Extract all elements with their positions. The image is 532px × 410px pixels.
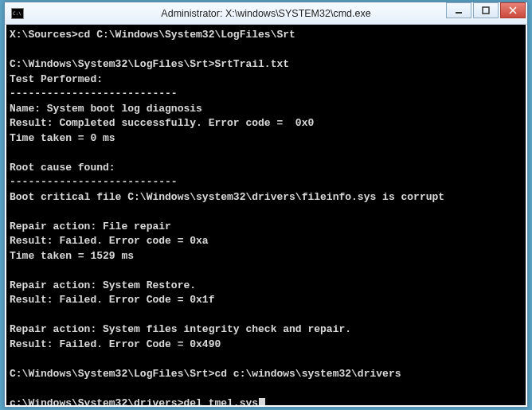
current-input: del tmel.sys	[183, 397, 258, 408]
cmd-icon[interactable]	[11, 8, 24, 19]
close-button[interactable]	[500, 2, 526, 18]
svg-rect-0	[456, 12, 462, 14]
maximize-button[interactable]	[473, 2, 499, 18]
cmd-window: Administrator: X:\windows\SYSTEM32\cmd.e…	[4, 2, 528, 408]
console-output: X:\Sources>cd C:\Windows\System32\LogFil…	[10, 29, 444, 380]
current-prompt: c:\Windows\System32\drivers>	[10, 397, 183, 408]
text-cursor	[259, 398, 265, 408]
console-area[interactable]: X:\Sources>cd C:\Windows\System32\LogFil…	[5, 25, 527, 407]
window-controls	[446, 2, 526, 18]
svg-rect-1	[483, 7, 489, 14]
titlebar[interactable]: Administrator: X:\windows\SYSTEM32\cmd.e…	[5, 2, 527, 25]
minimize-button[interactable]	[446, 2, 471, 18]
